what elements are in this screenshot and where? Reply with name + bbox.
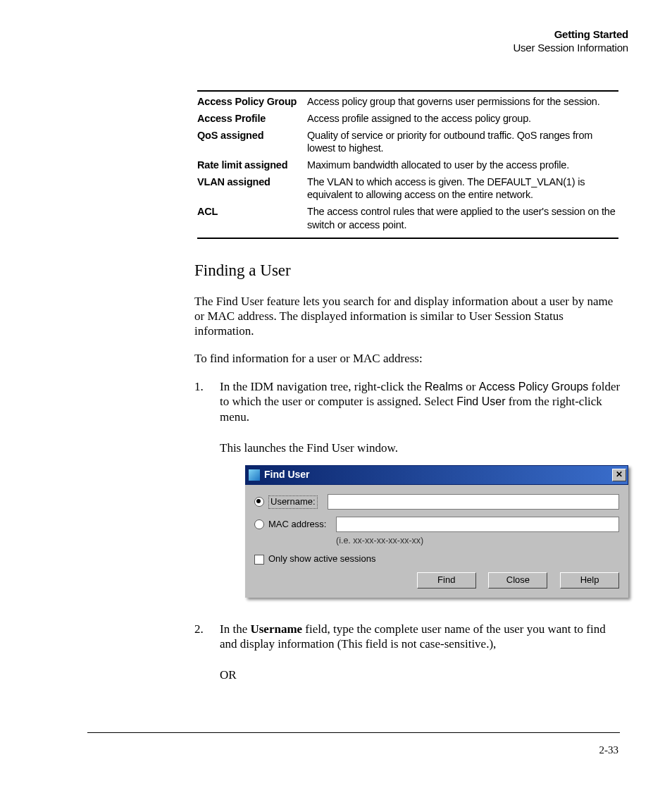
dialog-titlebar: Find User ✕ [245, 465, 628, 485]
find-user-dialog: Find User ✕ Username: [245, 465, 628, 597]
only-active-row: Only show active sessions [254, 553, 619, 565]
table-row: Rate limit assigned Maximum bandwidth al… [197, 156, 618, 173]
table-row: VLAN assigned The VLAN to which access i… [197, 173, 618, 203]
term: ACL [197, 205, 307, 230]
dialog-title: Find User [264, 469, 612, 481]
step-2: 2. In the Username field, type the compl… [194, 622, 620, 683]
username-radio[interactable] [254, 497, 264, 507]
mac-input[interactable] [336, 517, 619, 532]
step-text: In the IDM navigation tree, right-click … [220, 379, 628, 612]
footer-rule [87, 732, 620, 733]
header-subtitle: User Session Information [44, 42, 628, 55]
page-number: 2-33 [44, 744, 618, 756]
only-active-label: Only show active sessions [268, 553, 375, 565]
dialog-icon [249, 469, 260, 481]
definition-table: Access Policy Group Access policy group … [197, 90, 618, 239]
term: Access Profile [197, 112, 307, 125]
term: Rate limit assigned [197, 159, 307, 171]
intro-paragraph: The Find User feature lets you search fo… [194, 294, 620, 339]
header-title: Getting Started [44, 28, 628, 42]
only-active-checkbox[interactable] [254, 555, 264, 565]
definition: The VLAN to which access is given. The D… [307, 175, 618, 201]
definition: Access policy group that governs user pe… [307, 95, 618, 108]
close-button2[interactable]: Close [488, 572, 547, 589]
term: VLAN assigned [197, 175, 307, 201]
table-row: Access Policy Group Access policy group … [197, 93, 618, 110]
mac-row: MAC address: [254, 517, 619, 532]
mac-radio[interactable] [254, 519, 264, 529]
step-text: In the Username field, type the complete… [220, 622, 620, 683]
username-input[interactable] [328, 494, 619, 510]
table-row: ACL The access control rules that were a… [197, 203, 618, 233]
dialog-body: Username: MAC address: (i.e. xx-xx-xx-xx… [245, 485, 628, 597]
dialog-buttons: Find Close Help [254, 568, 619, 590]
definition: Maximum bandwidth allocated to user by t… [307, 159, 618, 171]
help-button[interactable]: Help [560, 572, 619, 589]
close-button[interactable]: ✕ [612, 469, 626, 481]
instruction-lead: To find information for a user or MAC ad… [194, 351, 620, 366]
definition: Quality of service or priority for outbo… [307, 129, 618, 154]
definition: Access profile assigned to the access po… [307, 112, 618, 125]
section-title: Finding a User [194, 261, 620, 280]
step-number: 2. [194, 622, 220, 683]
term: Access Policy Group [197, 95, 307, 108]
username-label: Username: [268, 495, 318, 509]
table-row: QoS assigned Quality of service or prior… [197, 127, 618, 156]
username-row: Username: [254, 494, 619, 510]
term: QoS assigned [197, 129, 307, 154]
find-button[interactable]: Find [417, 572, 476, 589]
definition: The access control rules that were appli… [307, 205, 618, 230]
table-row: Access Profile Access profile assigned t… [197, 110, 618, 127]
step-number: 1. [194, 379, 220, 612]
page-header: Getting Started User Session Information [44, 28, 628, 55]
mac-hint: (i.e. xx-xx-xx-xx-xx-xx) [336, 535, 619, 546]
mac-label: MAC address: [268, 519, 336, 531]
step-1: 1. In the IDM navigation tree, right-cli… [194, 379, 620, 612]
